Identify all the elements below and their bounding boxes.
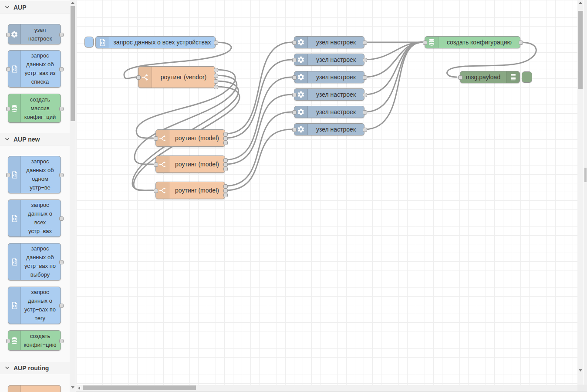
flow-canvas[interactable]: запрос данных о всех устройствахроутинг … (76, 0, 577, 385)
palette-node-create-config-array[interactable]: создать массив конфиг−ций (8, 94, 61, 123)
palette-category-label: AUP new (13, 136, 40, 143)
palette-node-create-config[interactable]: создать конфиг−цию (8, 330, 61, 351)
page-scroll-thumb[interactable] (584, 168, 587, 182)
port-input[interactable] (6, 33, 10, 37)
palette-node-request-all-devices-palette[interactable]: запрос данных о всех устр−вах (8, 199, 61, 237)
port-output[interactable] (59, 304, 64, 308)
port-input[interactable] (292, 110, 297, 115)
palette-category-aup-new[interactable]: AUP new (0, 133, 70, 145)
node-settings-node-3[interactable]: узел настроек (294, 71, 364, 83)
node-label: запрос данных о всех устройствах (109, 37, 215, 48)
palette-canvas-divider (76, 0, 76, 392)
port-output[interactable] (214, 74, 218, 78)
port-output[interactable] (214, 85, 218, 89)
node-settings-node-5[interactable]: узел настроек (294, 106, 364, 118)
port-input[interactable] (136, 75, 141, 80)
canvas-scroll-up[interactable] (579, 2, 582, 4)
palette-category-aup[interactable]: AUP (0, 1, 70, 14)
port-output[interactable] (363, 110, 367, 115)
port-input[interactable] (6, 67, 10, 71)
node-create-configuration[interactable]: создать конфигурацию (425, 36, 520, 48)
palette-node-label: запрос данных об устр−вах по выбору (21, 243, 61, 280)
node-routing-model-3[interactable]: роутинг (model) (155, 182, 225, 199)
node-debug-msg-payload[interactable]: msg.payload (460, 71, 520, 83)
port-output[interactable] (223, 193, 228, 197)
canvas-scroll-down[interactable] (579, 369, 582, 372)
port-output[interactable] (59, 260, 64, 264)
port-input[interactable] (154, 189, 158, 193)
port-input[interactable] (292, 58, 297, 62)
palette-node-settings-node[interactable]: узел настроек (8, 24, 61, 44)
port-input[interactable] (292, 75, 297, 80)
inject-button[interactable] (84, 37, 94, 47)
port-output[interactable] (59, 216, 64, 221)
palette-node-label: запрос данных об устр−вах из списка (21, 51, 61, 87)
port-input[interactable] (154, 136, 158, 141)
port-output[interactable] (59, 173, 64, 177)
wire-routing-model-3:2-to-settings-node-6[interactable] (225, 129, 292, 190)
port-output[interactable] (363, 75, 367, 80)
node-request-all-devices[interactable]: запрос данных о всех устройствах (95, 36, 216, 48)
wire-settings-node-5-to-create-configuration[interactable] (364, 42, 422, 112)
port-output[interactable] (59, 339, 64, 343)
port-input[interactable] (423, 41, 427, 45)
node-settings-node-1[interactable]: узел настроек (294, 36, 364, 48)
port-input[interactable] (458, 75, 462, 80)
port-input[interactable] (292, 41, 297, 45)
port-output[interactable] (59, 67, 64, 71)
palette-node-request-devices-by-choice[interactable]: запрос данных об устр−вах по выбору (8, 243, 61, 280)
palette-node-label: запрос данных о устр−вах по тегу (21, 287, 61, 324)
port-output[interactable] (214, 41, 218, 45)
port-output[interactable] (223, 167, 228, 171)
palette-scroll-thumb[interactable] (71, 6, 75, 121)
node-settings-node-6[interactable]: узел настроек (294, 123, 364, 135)
node-routing-vendor[interactable]: роутинг (vendor) (138, 66, 216, 88)
port-output[interactable] (519, 41, 523, 45)
palette-scroll-up[interactable] (71, 2, 74, 4)
port-output[interactable] (59, 33, 64, 37)
node-routing-model-2[interactable]: роутинг (model) (155, 155, 225, 173)
port-output[interactable] (223, 132, 228, 136)
wire-settings-node-6-to-create-configuration[interactable] (364, 42, 422, 129)
port-output[interactable] (363, 128, 367, 132)
port-output[interactable] (223, 162, 228, 167)
palette-node-label: запрос данных о всех устр−вах (21, 200, 61, 237)
port-output[interactable] (223, 184, 228, 189)
node-settings-node-2[interactable]: узел настроек (294, 54, 364, 66)
palette-scrollbar (70, 0, 76, 392)
port-output[interactable] (59, 107, 64, 111)
port-output[interactable] (223, 136, 228, 141)
node-label: узел настроек (308, 89, 364, 100)
wire-routing-model-2:2-to-settings-node-4[interactable] (225, 95, 292, 164)
port-output[interactable] (214, 68, 218, 72)
port-input[interactable] (6, 339, 10, 343)
palette-node-request-one-device[interactable]: запрос данных об одном устр−ве (8, 156, 61, 193)
port-input[interactable] (6, 173, 10, 177)
palette-node-routing[interactable]: роутинг (8, 385, 61, 392)
palette-node-request-devices-from-list[interactable]: запрос данных об устр−вах из списка (8, 50, 61, 88)
palette-scroll-down[interactable] (71, 386, 74, 389)
wire-routing-vendor:2-to-routing-model-2[interactable] (135, 75, 237, 164)
port-output[interactable] (223, 158, 228, 162)
palette-category-aup-routing[interactable]: AUP routing (0, 362, 70, 374)
canvas-scroll-left[interactable] (78, 386, 80, 390)
port-output[interactable] (363, 58, 367, 62)
port-input[interactable] (292, 93, 297, 97)
node-routing-model-1[interactable]: роутинг (model) (155, 129, 225, 147)
port-output[interactable] (363, 93, 367, 97)
port-input[interactable] (6, 107, 10, 111)
canvas-h-scrollbar (76, 385, 577, 391)
canvas-v-scroll-thumb[interactable] (578, 11, 583, 89)
port-output[interactable] (223, 141, 228, 145)
chevron-down-icon (5, 4, 10, 11)
node-settings-node-4[interactable]: узел настроек (294, 88, 364, 101)
palette-node-request-devices-by-tag[interactable]: запрос данных о устр−вах по тегу (8, 287, 61, 324)
canvas-h-scroll-thumb[interactable] (83, 385, 196, 390)
port-output[interactable] (214, 79, 218, 84)
port-input[interactable] (154, 162, 158, 167)
debug-toggle-button[interactable] (522, 71, 532, 83)
port-output[interactable] (223, 189, 228, 193)
port-output[interactable] (363, 41, 367, 45)
wire-routing-model-3:1-to-settings-node-5[interactable] (225, 112, 292, 186)
port-input[interactable] (292, 128, 297, 132)
